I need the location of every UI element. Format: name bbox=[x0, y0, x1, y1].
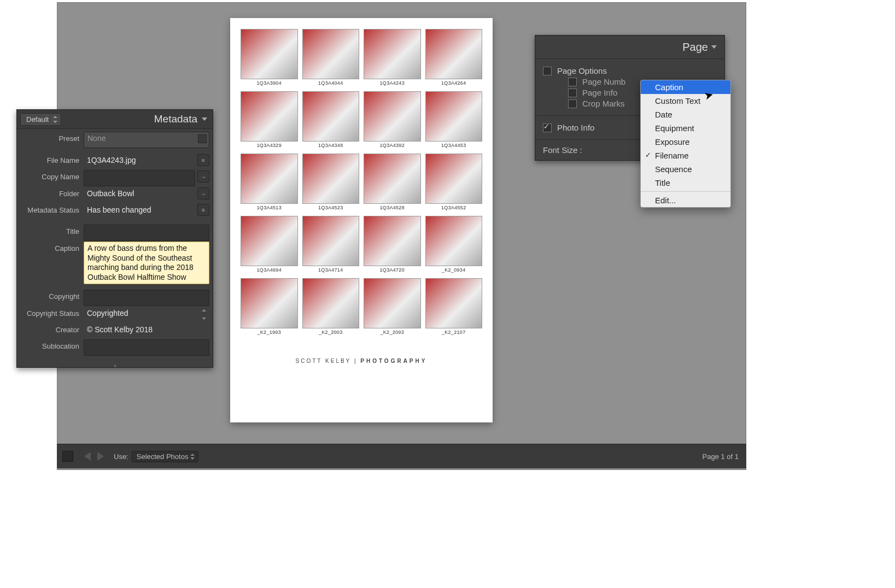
thumbnail[interactable]: _K2_2107 bbox=[426, 278, 482, 335]
thumbnail-image bbox=[425, 216, 483, 266]
footer-photo: PHOTOGRAPHY bbox=[360, 358, 427, 364]
thumbnail-image bbox=[425, 278, 483, 328]
thumbnail[interactable]: _K2_0934 bbox=[426, 216, 482, 273]
panel-menu-icon[interactable] bbox=[202, 117, 207, 121]
menu-item-custom-text[interactable]: Custom Text bbox=[641, 94, 730, 108]
thumbnail-label: 1Q3A4523 bbox=[318, 205, 343, 210]
thumbnail[interactable]: 1Q3A4243 bbox=[364, 29, 420, 86]
use-label: Use: bbox=[114, 452, 128, 461]
filename-field[interactable]: 1Q3A4243.jpg bbox=[84, 154, 195, 169]
thumbnail-image bbox=[364, 154, 421, 204]
menu-separator bbox=[641, 191, 730, 192]
metadata-panel: Default Metadata Preset None File Name 1… bbox=[16, 109, 213, 368]
thumbnail[interactable]: _K2_2003 bbox=[303, 278, 359, 335]
thumbnail-image bbox=[425, 91, 483, 142]
thumbnail[interactable]: 1Q3A4264 bbox=[426, 29, 482, 86]
menu-item-exposure[interactable]: Exposure bbox=[641, 135, 730, 149]
page-panel-header[interactable]: Page bbox=[535, 36, 724, 59]
thumbnail-image bbox=[364, 91, 421, 142]
thumbnail[interactable]: 1Q3A4528 bbox=[364, 154, 420, 210]
thumbnail-image bbox=[364, 29, 421, 79]
menu-item-filename[interactable]: ✓Filename bbox=[641, 149, 730, 162]
copyright-field[interactable] bbox=[84, 290, 209, 306]
page-info-checkbox[interactable] bbox=[568, 89, 577, 97]
thumbnail[interactable]: 1Q3A4044 bbox=[303, 29, 359, 86]
preset-dropdown[interactable]: None bbox=[84, 132, 209, 148]
page-numbers-checkbox[interactable] bbox=[568, 78, 577, 86]
thumbnail[interactable]: 1Q3A4392 bbox=[364, 91, 420, 148]
copyright-status-dropdown[interactable]: Copyrighted bbox=[84, 307, 209, 322]
first-page-button[interactable] bbox=[62, 451, 73, 462]
panel-menu-icon[interactable] bbox=[711, 45, 717, 49]
thumbnail[interactable]: 1Q3A4720 bbox=[364, 216, 420, 273]
thumbnail-label: 1Q3A4528 bbox=[380, 205, 405, 210]
thumbnail-label: _K2_0934 bbox=[442, 267, 465, 273]
metadata-header: Default Metadata bbox=[17, 110, 213, 129]
copyname-action-icon[interactable]: → bbox=[197, 170, 209, 183]
use-dropdown[interactable]: Selected Photos bbox=[132, 451, 199, 462]
thumbnail-image bbox=[241, 29, 298, 79]
menu-item-caption[interactable]: Caption bbox=[641, 80, 730, 94]
metadata-panel-title: Metadata bbox=[61, 113, 202, 125]
menu-item-title[interactable]: Title bbox=[641, 176, 730, 190]
thumbnail-label: 1Q3A4513 bbox=[257, 205, 282, 210]
metadata-status-field: Has been changed bbox=[84, 203, 195, 219]
creator-field[interactable]: © Scott Kelby 2018 bbox=[84, 323, 209, 339]
thumbnail-label: 1Q3A4453 bbox=[441, 143, 466, 148]
page-status: Page 1 of 1 bbox=[703, 452, 739, 461]
thumbnail-image bbox=[241, 216, 298, 266]
metadata-set-dropdown[interactable]: Default bbox=[20, 113, 61, 126]
status-action-icon[interactable]: ≡ bbox=[197, 204, 209, 216]
crop-marks-checkbox[interactable] bbox=[568, 99, 577, 108]
footer-brand: SCOTT KELBY bbox=[296, 358, 352, 364]
folder-field[interactable]: Outback Bowl bbox=[84, 187, 195, 203]
caption-field[interactable]: A row of bass drums from the Mighty Soun… bbox=[84, 242, 209, 284]
thumbnail[interactable]: 1Q3A4694 bbox=[241, 216, 297, 273]
thumbnail-label: _K2_2093 bbox=[381, 330, 404, 335]
prev-page-button[interactable] bbox=[84, 452, 91, 461]
sublocation-field[interactable] bbox=[84, 339, 209, 356]
sheet-footer: SCOTT KELBY | PHOTOGRAPHY bbox=[230, 358, 493, 364]
photo-info-menu[interactable]: CaptionCustom TextDateEquipmentExposure✓… bbox=[640, 80, 731, 208]
thumbnail-label: _K2_2003 bbox=[319, 330, 342, 335]
thumbnail[interactable]: 1Q3A4523 bbox=[303, 154, 359, 210]
panel-resize-handle[interactable]: ▾ bbox=[17, 363, 213, 367]
page-options-row[interactable]: Page Options bbox=[543, 66, 717, 75]
thumbnail[interactable]: 1Q3A4714 bbox=[303, 216, 359, 273]
thumbnail-label: 1Q3A4694 bbox=[257, 267, 282, 273]
folder-action-icon[interactable]: → bbox=[197, 187, 209, 199]
thumbnail-image bbox=[425, 29, 483, 79]
thumbnail-label: 1Q3A4044 bbox=[318, 80, 343, 86]
thumbnail[interactable]: 1Q3A4348 bbox=[303, 91, 359, 148]
menu-item-sequence[interactable]: Sequence bbox=[641, 162, 730, 176]
thumbnail-label: 1Q3A4392 bbox=[380, 143, 405, 148]
thumbnail[interactable]: 1Q3A4552 bbox=[426, 154, 482, 210]
menu-item-date[interactable]: Date bbox=[641, 108, 730, 121]
thumbnail-grid: 1Q3A39041Q3A40441Q3A42431Q3A42641Q3A4329… bbox=[230, 18, 493, 340]
thumbnail-label: 1Q3A4552 bbox=[441, 205, 466, 210]
bottom-toolbar: Use: Selected Photos Page 1 of 1 bbox=[57, 444, 746, 468]
thumbnail[interactable]: _K2_2093 bbox=[364, 278, 420, 335]
stage: 1Q3A39041Q3A40441Q3A42431Q3A42641Q3A4329… bbox=[0, 0, 895, 588]
copyname-field[interactable] bbox=[84, 170, 195, 186]
thumbnail[interactable]: _K2_1993 bbox=[241, 278, 297, 335]
title-field[interactable] bbox=[84, 225, 209, 241]
thumbnail-image bbox=[302, 216, 360, 266]
thumbnail-label: 1Q3A4264 bbox=[441, 80, 466, 86]
thumbnail[interactable]: 1Q3A4329 bbox=[241, 91, 297, 148]
filename-action-icon[interactable]: ≡ bbox=[197, 154, 209, 166]
page-options-checkbox[interactable] bbox=[543, 67, 552, 75]
thumbnail-label: 1Q3A3904 bbox=[257, 80, 282, 86]
thumbnail[interactable]: 1Q3A3904 bbox=[241, 29, 297, 86]
menu-item-equipment[interactable]: Equipment bbox=[641, 121, 730, 135]
thumbnail-image bbox=[241, 278, 298, 328]
thumbnail[interactable]: 1Q3A4513 bbox=[241, 154, 297, 210]
next-page-button[interactable] bbox=[97, 452, 104, 461]
thumbnail-label: _K2_2107 bbox=[442, 330, 465, 335]
photo-info-checkbox[interactable] bbox=[543, 124, 552, 132]
thumbnail[interactable]: 1Q3A4453 bbox=[426, 91, 482, 148]
contact-sheet: 1Q3A39041Q3A40441Q3A42431Q3A42641Q3A4329… bbox=[230, 18, 493, 422]
thumbnail-image bbox=[241, 91, 298, 142]
menu-item-edit[interactable]: Edit... bbox=[641, 193, 730, 207]
thumbnail-label: 1Q3A4714 bbox=[318, 267, 343, 273]
